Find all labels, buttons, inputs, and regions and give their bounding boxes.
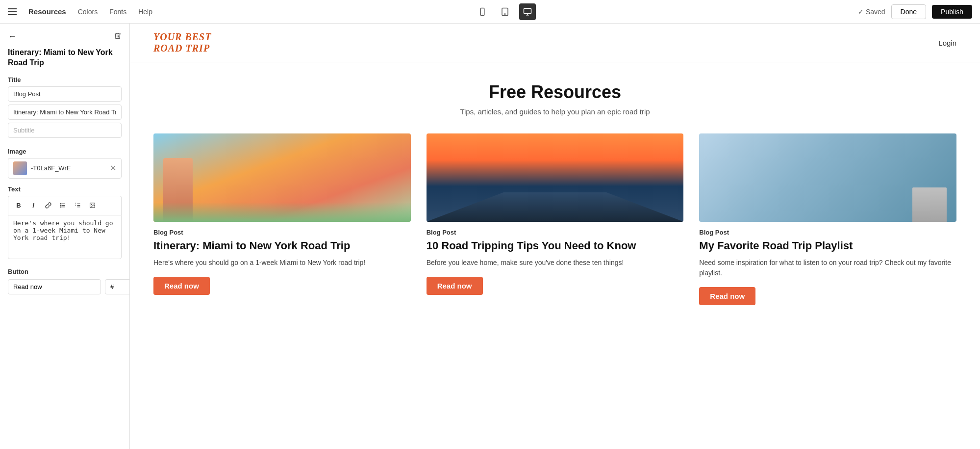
svg-point-10 [60,204,61,205]
card-tips-read-btn[interactable]: Read now [427,277,483,295]
svg-point-11 [60,205,61,206]
svg-point-12 [60,207,61,208]
main-layout: ← Itinerary: Miami to New York Road Trip… [0,24,980,449]
link-button[interactable] [42,199,54,212]
device-switcher [474,3,536,20]
card-miami-text: Here's where you should go on a 1-week M… [153,258,411,268]
check-icon: ✓ [858,8,864,16]
sidebar-title: Itinerary: Miami to New York Road Trip [8,48,122,68]
card-tips-category: Blog Post [427,229,684,236]
button-text-input[interactable] [8,279,101,294]
italic-button[interactable]: I [27,199,40,212]
svg-point-19 [91,204,92,205]
hamburger-menu[interactable] [8,8,17,15]
desktop-device-btn[interactable] [519,3,536,20]
login-link[interactable]: Login [938,39,956,47]
card-tips: Blog Post 10 Road Tripping Tips You Need… [427,133,684,305]
button-row [8,279,122,294]
nav-help[interactable]: Help [138,8,152,16]
mobile-device-btn[interactable] [474,3,491,20]
cards-grid: Blog Post Itinerary: Miami to New York R… [153,133,956,305]
preview-content: YOUR BEST ROAD TRIP Login Free Resources… [130,24,980,449]
post-type-input[interactable] [8,86,122,102]
card-tips-text: Before you leave home, make sure you've … [427,258,684,268]
saved-status: ✓ Saved [858,8,885,16]
card-playlist-image [699,133,956,222]
media-button[interactable] [86,199,99,212]
svg-text:2.: 2. [75,205,76,207]
card-tips-image [427,133,684,222]
done-button[interactable]: Done [891,4,926,19]
nav-colors[interactable]: Colors [78,8,98,16]
nav-right: ✓ Saved Done Publish [858,4,972,19]
site-logo: YOUR BEST ROAD TRIP [153,31,211,54]
card-miami-image [153,133,411,222]
back-button[interactable]: ← [8,31,17,42]
card-playlist-category: Blog Post [699,229,956,236]
card-miami-category: Blog Post [153,229,411,236]
sidebar: ← Itinerary: Miami to New York Road Trip… [0,24,130,449]
image-filename: -T0La6F_WrE [31,164,71,172]
card-miami: Blog Post Itinerary: Miami to New York R… [153,133,411,305]
title-label: Title [8,76,122,83]
sidebar-top: ← [8,31,122,42]
card-miami-title: Itinerary: Miami to New York Road Trip [153,239,411,253]
nav-brand: Resources [28,7,66,16]
text-toolbar: B I 1.2. [8,196,122,215]
logo-line2: ROAD TRIP [153,43,211,54]
ordered-list-button[interactable]: 1.2. [71,199,84,212]
nav-left: Resources Colors Fonts Help [8,7,152,16]
svg-point-3 [505,13,506,14]
resources-subheading: Tips, articles, and guides to help you p… [153,107,956,116]
logo-line1: YOUR BEST [153,31,211,43]
text-label: Text [8,185,122,193]
card-playlist-title: My Favorite Road Trip Playlist [699,239,956,253]
card-playlist: Blog Post My Favorite Road Trip Playlist… [699,133,956,305]
image-clear-button[interactable]: ✕ [110,163,116,173]
post-title-input[interactable] [8,105,122,120]
resources-section: Free Resources Tips, articles, and guide… [130,62,980,325]
delete-button[interactable] [114,32,122,41]
svg-point-1 [482,13,483,14]
resources-heading: Free Resources [153,82,956,103]
bold-button[interactable]: B [12,199,25,212]
image-thumbnail [13,161,27,175]
unordered-list-button[interactable] [56,199,69,212]
preview-area: YOUR BEST ROAD TRIP Login Free Resources… [130,24,980,449]
svg-rect-4 [524,8,531,14]
subtitle-input[interactable] [8,123,122,138]
nav-fonts[interactable]: Fonts [109,8,126,16]
card-miami-read-btn[interactable]: Read now [153,277,210,295]
tablet-device-btn[interactable] [497,3,513,20]
image-label: Image [8,148,122,155]
top-nav: Resources Colors Fonts Help ✓ Saved Done… [0,0,980,24]
site-header: YOUR BEST ROAD TRIP Login [130,24,980,62]
button-label: Button [8,268,122,275]
button-link-input[interactable] [105,279,130,294]
card-tips-title: 10 Road Tripping Tips You Need to Know [427,239,684,253]
text-editor[interactable]: Here's where you should go on a 1-week M… [8,215,122,259]
card-playlist-read-btn[interactable]: Read now [699,287,755,305]
card-playlist-text: Need some inspiration for what to listen… [699,258,956,278]
publish-button[interactable]: Publish [932,5,972,19]
image-field: -T0La6F_WrE ✕ [8,158,122,179]
